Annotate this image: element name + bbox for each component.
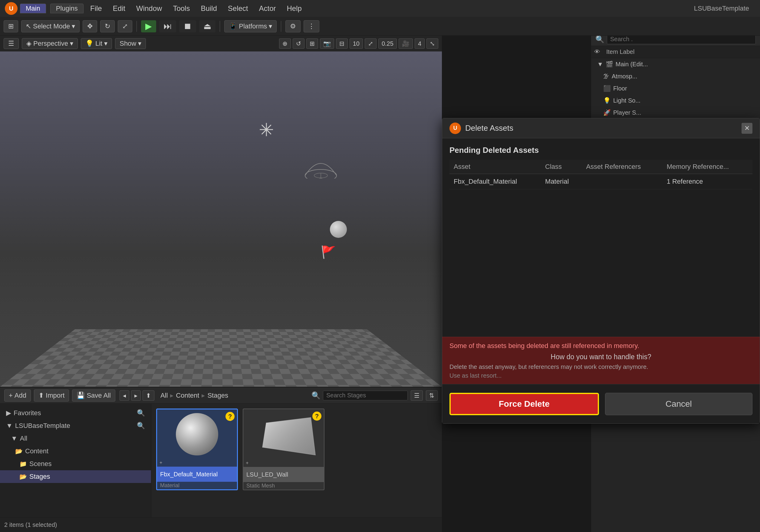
outliner-item-floor[interactable]: ⬛ Floor [591,82,760,94]
visibility-icon: 👁 [594,48,600,55]
expand-icon2: ▶ [6,409,11,417]
scene-icon: 🎬 [606,61,613,68]
expand-icon3: ▼ [6,422,13,430]
cb-content[interactable]: 📂 Content [0,445,151,458]
outliner-item-player[interactable]: 🚀 Player S... [591,107,760,119]
cb-scenes[interactable]: 📁 Scenes [0,458,151,470]
snap-gizmo[interactable]: ⊞ [306,38,318,49]
wall-preview [262,417,316,455]
count-value: 4 [415,38,425,49]
actor-icon: 🌫 [603,73,609,80]
viewport[interactable]: ✳ 🚩 [0,51,442,387]
asset-thumbnail2 [243,409,324,459]
tab-plugins[interactable]: Plugins [50,4,83,13]
cb-import-btn[interactable]: ⬆ Import [34,389,69,402]
dialog-section-title: Pending Deleted Assets [450,146,752,155]
cb-main: ▶ Favorites 🔍 ▼ LSUBaseTemplate 🔍 ▼ All … [0,404,442,532]
path-all[interactable]: All [161,392,168,400]
scale-icon-vp: ⤢ [365,38,376,49]
platforms-btn[interactable]: 📱 Platforms ▾ [224,20,277,32]
cb-favorites-search-btn[interactable]: 🔍 [137,409,145,417]
rotate-gizmo[interactable]: ↺ [293,38,305,49]
menu-build[interactable]: Build [195,2,222,15]
sep2 [220,21,220,32]
hamburger-btn[interactable]: ☰ [4,38,19,49]
cb-favorites[interactable]: ▶ Favorites 🔍 [0,407,151,419]
cancel-btn[interactable]: Cancel [605,393,753,415]
perspective-icon: ◈ [26,40,31,48]
menu-select[interactable]: Select [222,2,254,15]
cb-history-fwd[interactable]: ▸ [131,390,141,401]
menu-actor[interactable]: Actor [254,2,281,15]
cb-lsu-search-btn[interactable]: 🔍 [137,422,145,430]
path-stages[interactable]: Stages [207,392,228,400]
cb-toolbar: + Add ⬆ Import 💾 Save All ◂ ▸ ⬆ All ▸ Co… [0,387,442,404]
asset-fbx-default-material[interactable]: ? + Fbx_Default_Material Material [156,409,238,490]
move-gizmo[interactable]: ⊕ [279,38,291,49]
rotate-tool-btn[interactable]: ↻ [100,20,115,32]
cb-up-btn[interactable]: ⬆ [143,390,154,401]
show-btn[interactable]: Show ▾ [115,38,146,49]
play-btn[interactable]: ▶ [141,20,156,32]
more-btn[interactable]: ⋮ [304,20,319,32]
scale-value[interactable]: 0.25 [378,38,397,49]
cb-save-all-btn[interactable]: 💾 Save All [72,389,115,402]
asset-lsu-led-wall[interactable]: ? + LSU_LED_Wall Static Mesh [243,409,324,490]
menu-file[interactable]: File [85,2,108,15]
path-content[interactable]: Content [176,392,199,400]
cb-sidebar: ▶ Favorites 🔍 ▼ LSUBaseTemplate 🔍 ▼ All … [0,404,151,532]
cb-search-input[interactable] [323,391,408,400]
cb-history-back[interactable]: ◂ [119,390,129,401]
eject-btn[interactable]: ⏏ [199,20,215,32]
warning-text: Some of the assets being deleted are sti… [450,342,752,350]
outliner-search-input[interactable] [607,34,756,44]
move-tool-btn[interactable]: ✥ [83,20,97,32]
actor-icon2: ⬛ [603,85,611,92]
cb-all[interactable]: ▼ All [0,432,151,445]
option-text: Delete the asset anyway, but referencers… [450,363,752,370]
dialog-titlebar: U Delete Assets ✕ [442,118,760,138]
stop-btn[interactable]: ⏹ [179,20,196,32]
expand-icon4: ▼ [11,435,18,442]
dialog-table: Asset Class Asset Referencers Memory Ref… [450,160,752,189]
maximize-btn[interactable]: ⤡ [426,38,438,49]
content-browser: + Add ⬆ Import 💾 Save All ◂ ▸ ⬆ All ▸ Co… [0,387,442,532]
cb-sort-btn[interactable]: ⇅ [426,390,438,401]
delete-dialog: U Delete Assets ✕ Pending Deleted Assets… [442,118,760,424]
menu-window[interactable]: Window [131,2,167,15]
settings-btn[interactable]: ⚙ [285,20,301,32]
question-text: How do you want to handle this? [450,353,752,361]
outliner-item-light[interactable]: 💡 Light So... [591,94,760,107]
left-mode-btn[interactable]: ⊞ [4,20,18,32]
app-title: LSUBaseTemplate [694,5,749,12]
cb-add-btn[interactable]: + Add [4,389,31,402]
tab-main[interactable]: Main [20,4,46,13]
grid-value[interactable]: 10 [350,38,363,49]
ellipsis-text: Use as last resort... [450,372,752,379]
cb-filter-btn[interactable]: ☰ [411,390,423,401]
row-asset-ref [582,174,662,189]
player-start: 🚩 [321,245,336,259]
menu-edit[interactable]: Edit [108,2,131,15]
lit-btn[interactable]: 💡 Lit ▾ [81,38,112,49]
skip-btn[interactable]: ⏭ [159,20,176,32]
outliner-item-atmos[interactable]: 🌫 Atmosp... [591,70,760,82]
cb-stages[interactable]: 📂 Stages [0,470,151,483]
perspective-btn[interactable]: ◈ Perspective ▾ [22,38,78,49]
select-mode-btn[interactable]: ↖ Select Mode ▾ [21,20,79,32]
grid-toggle[interactable]: ⊟ [336,38,348,49]
sphere-preview [176,413,218,456]
asset-type-material: Material [157,482,237,489]
force-delete-btn[interactable]: Force Delete [450,393,599,415]
scale-tool-btn[interactable]: ⤢ [118,20,132,32]
items-count: 2 items (1 selected) [4,521,57,528]
camera-gizmo[interactable]: 📷 [320,38,334,49]
dialog-close-btn[interactable]: ✕ [741,123,752,134]
lit-icon: 💡 [85,40,94,48]
outliner-item-main[interactable]: ▼ 🎬 Main (Edit... [591,58,760,70]
question-badge2: ? [312,411,321,421]
cb-lsu-root[interactable]: ▼ LSUBaseTemplate 🔍 [0,419,151,432]
col-asset-ref: Asset Referencers [582,160,662,174]
menu-help[interactable]: Help [281,2,307,15]
menu-tools[interactable]: Tools [167,2,195,15]
